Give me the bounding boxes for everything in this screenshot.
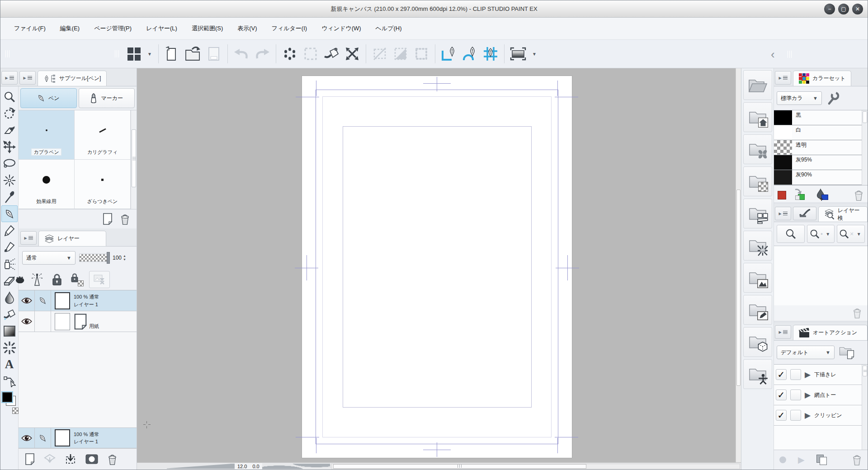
material-tab-image-material[interactable] (743, 102, 772, 132)
new-action-folder-icon[interactable] (839, 346, 854, 359)
action-row-clipping[interactable]: ✓ ▶ クリッピン (774, 405, 862, 426)
search-clear-button[interactable]: ✕▼ (837, 225, 865, 243)
tool-line-correct[interactable] (1, 373, 18, 389)
display-settings-icon[interactable] (508, 43, 528, 64)
tool-blend[interactable] (1, 289, 18, 306)
delete-subtool-icon[interactable] (120, 214, 130, 225)
snap-grid-icon[interactable] (480, 43, 501, 64)
snap-special-ruler-icon[interactable] (459, 43, 480, 64)
transparent-color-chip[interactable] (12, 408, 19, 414)
play-action-icon[interactable]: ▶ (798, 455, 805, 465)
layer-menu-button[interactable]: ▶ (20, 231, 37, 245)
selection-border-icon[interactable] (411, 43, 432, 64)
create-subtool-icon[interactable] (103, 213, 113, 225)
subtool-item-effect-line[interactable]: 効果線用 (19, 160, 75, 209)
displaybar-dropdown[interactable]: ▼ (528, 43, 540, 64)
snap-ruler-icon[interactable] (439, 43, 459, 64)
subtool-item-rough-pen[interactable]: ざらつきペン (75, 160, 131, 209)
transfer-down-icon[interactable] (44, 454, 56, 465)
subtool-tab-marker[interactable]: マーカー (79, 88, 135, 108)
color-row-white[interactable]: 白 (774, 125, 862, 140)
lock-layer-icon[interactable] (49, 271, 65, 288)
menu-view[interactable]: 表示(V) (230, 22, 264, 35)
material-tab-image[interactable] (743, 263, 772, 293)
blend-mode-select[interactable]: 通常▼ (22, 251, 75, 265)
colorset-menu-button[interactable]: ▶ (775, 71, 791, 85)
layer-visible-icon[interactable] (19, 290, 35, 311)
delete-layer-icon[interactable] (107, 454, 118, 465)
tool-brush[interactable] (1, 239, 18, 256)
search-all-layers-button[interactable] (777, 225, 805, 243)
layer-thumbnail[interactable] (55, 429, 70, 446)
tool-eraser[interactable] (1, 272, 18, 289)
redo-icon[interactable] (252, 43, 273, 64)
colorset-select[interactable]: 標準カラ▼ (777, 91, 822, 105)
layer-panel-tab[interactable]: レイヤー (38, 231, 106, 246)
action-dialog-checkbox[interactable] (790, 410, 801, 421)
menu-edit[interactable]: 編集(E) (53, 22, 87, 35)
tool-flip-view[interactable] (1, 122, 18, 138)
toolstrip-menu-button[interactable]: ▶ (1, 71, 18, 85)
menu-layer[interactable]: レイヤー(L) (139, 22, 184, 35)
material-tab-3d-object[interactable] (743, 327, 772, 357)
material-tab-3d-figure[interactable] (743, 359, 772, 389)
colorset-panel-tab[interactable]: カラーセット (793, 71, 851, 86)
action-expand-icon[interactable]: ▶ (805, 411, 811, 420)
tool-pen[interactable] (1, 205, 18, 222)
title-bar[interactable]: 新規キャンバス (210.00 x 297.00mm 600dpi 12.0%)… (0, 0, 868, 18)
layer-name[interactable]: 用紙 (89, 323, 99, 330)
tool-figure[interactable] (1, 339, 18, 356)
material-tab-monochrome-pattern[interactable] (743, 166, 772, 196)
subtool-item-calligraphy[interactable]: カリグラフィ (75, 110, 131, 160)
commandbar-grip[interactable] (110, 48, 123, 59)
autoaction-panel-tab[interactable]: オートアクション (793, 325, 868, 340)
layer-mask-icon[interactable] (85, 454, 98, 464)
canvas-horizontal-scrollbar[interactable] (331, 464, 740, 469)
action-dialog-checkbox[interactable] (790, 389, 801, 400)
work-history-tab[interactable] (793, 207, 816, 220)
autoaction-menu-button[interactable]: ▶ (775, 325, 791, 339)
tool-pencil[interactable] (1, 222, 18, 239)
deselect-icon[interactable] (300, 43, 321, 64)
edit-colorset-icon[interactable] (826, 91, 840, 105)
canvas-page[interactable] (302, 76, 572, 458)
layer-name[interactable]: レイヤー 1 (74, 301, 99, 309)
new-document-icon[interactable] (162, 43, 183, 64)
tool-rotate-view[interactable] (1, 105, 18, 122)
subtool-panel-tab[interactable]: サブツール[ペン] (38, 71, 107, 86)
menu-file[interactable]: ファイル(F) (7, 22, 53, 35)
action-row-draft-layer[interactable]: ✓ ▶ 下描きレ (774, 365, 862, 385)
tool-zoom[interactable] (1, 88, 18, 105)
invert-selection-icon[interactable] (390, 43, 411, 64)
layer-visible-icon[interactable] (19, 428, 35, 448)
tool-eyedropper[interactable] (1, 189, 18, 205)
tool-auto-select[interactable] (1, 172, 18, 189)
action-check-icon[interactable]: ✓ (776, 389, 787, 400)
action-dialog-checkbox[interactable] (790, 369, 801, 380)
delete-action-icon[interactable] (852, 454, 862, 465)
menu-page-manage[interactable]: ページ管理(P) (87, 22, 139, 35)
scale-rotate-icon[interactable] (342, 43, 363, 64)
paper-thumbnail[interactable] (55, 313, 70, 330)
action-check-icon[interactable]: ✓ (776, 369, 787, 380)
material-tab-manga-material[interactable] (743, 199, 772, 228)
layer-row-paper[interactable]: 用紙 (19, 311, 137, 332)
color-row-transparent[interactable]: 透明 (774, 140, 862, 155)
clear-dots-icon[interactable] (279, 43, 300, 64)
toolstrip-grip[interactable] (0, 48, 14, 59)
subtool-menu-button[interactable]: ▶ (19, 71, 36, 85)
opacity-slider[interactable] (79, 254, 109, 262)
menu-window[interactable]: ウィンドウ(W) (314, 22, 368, 35)
current-color-chip[interactable] (778, 191, 786, 199)
rotate-slider[interactable] (262, 464, 330, 469)
enable-mask-icon[interactable] (89, 271, 110, 288)
new-layer-icon[interactable] (25, 453, 35, 465)
main-color-swatch[interactable] (2, 392, 12, 402)
layer-row-1[interactable]: 100 % 通常 レイヤー 1 (19, 290, 137, 311)
layer-search-tab[interactable]: レイヤー検 (818, 206, 868, 222)
reference-layer-icon[interactable] (29, 271, 45, 288)
tool-airbrush[interactable] (1, 256, 18, 272)
undo-icon[interactable] (231, 43, 252, 64)
save-icon[interactable] (203, 43, 224, 64)
material-tab-download-edit[interactable] (743, 295, 772, 325)
